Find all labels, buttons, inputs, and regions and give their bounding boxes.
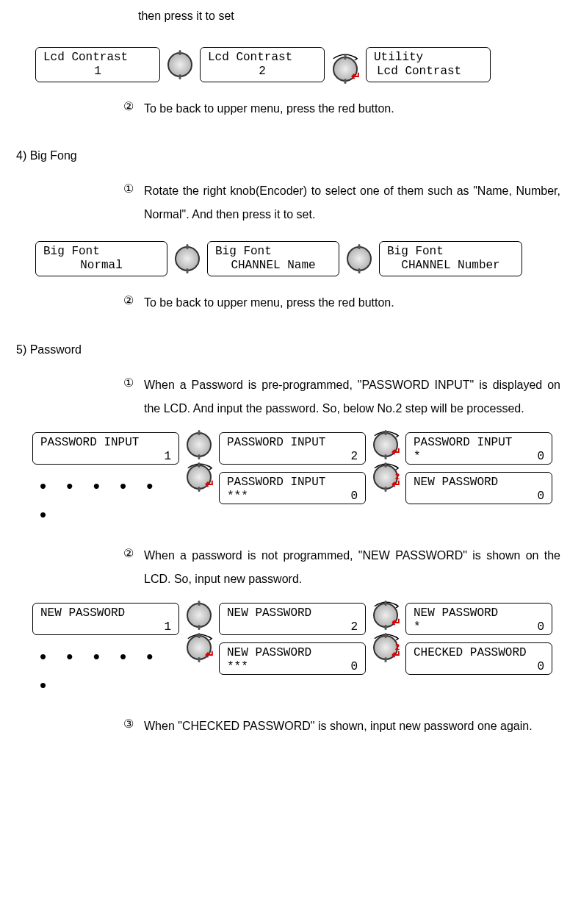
enter-icon: ↵ bbox=[391, 617, 401, 628]
sec5-step3: ③ When "CHECKED PASSWORD" is shown, inpu… bbox=[123, 715, 560, 738]
section-5-heading: 5) Password bbox=[16, 341, 568, 359]
rotary-knob-icon bbox=[167, 52, 192, 77]
lcd-line: PASSWORD INPUT bbox=[414, 436, 544, 450]
lcd-box-new-pw-1: NEW PASSWORD 1 bbox=[32, 603, 179, 635]
knob-press-icon: ↵ bbox=[332, 48, 358, 82]
lcd-line-right: 0 bbox=[537, 620, 544, 634]
lcd-line: NEW PASSWORD bbox=[227, 646, 358, 660]
step-text: To be back to upper menu, press the red … bbox=[144, 291, 560, 315]
rotary-knob-icon bbox=[187, 603, 212, 628]
lcd-box-new-pw-stars: NEW PASSWORD *** 0 bbox=[219, 642, 366, 675]
lcd-line-right: 0 bbox=[350, 490, 358, 504]
step-marker: ① bbox=[123, 374, 134, 420]
lcd-contrast-row: Lcd Contrast 1 Lcd Contrast 2 ↵ Utility … bbox=[35, 47, 546, 82]
lcd-line: 2 bbox=[208, 65, 317, 79]
sec4-step2: ② To be back to upper menu, press the re… bbox=[123, 291, 560, 315]
lcd-line: 2 bbox=[227, 620, 358, 634]
lcd-box-bigfont-number: Big Font CHANNEL Number bbox=[379, 241, 522, 276]
rotary-knob-icon bbox=[175, 246, 200, 271]
lcd-line: PASSWORD INPUT bbox=[40, 436, 171, 450]
lcd-line: CHANNEL Number bbox=[387, 259, 514, 273]
big-font-row: Big Font Normal Big Font CHANNEL Name Bi… bbox=[35, 241, 546, 276]
lcd-line-left: * bbox=[414, 450, 421, 464]
lcd-box-new-password: NEW PASSWORD 0 bbox=[405, 472, 552, 504]
lcd-line-left: * bbox=[414, 620, 421, 634]
lcd-line: 0 bbox=[414, 490, 544, 504]
rotary-knob-icon bbox=[187, 432, 212, 457]
lcd-box-utility: Utility Lcd Contrast bbox=[366, 47, 491, 82]
step-marker: ③ bbox=[123, 715, 134, 738]
step-text: Rotate the right knob(Encoder) to select… bbox=[144, 179, 560, 226]
step-marker: ① bbox=[123, 180, 134, 226]
lcd-line: 2 bbox=[227, 450, 358, 464]
intro-tail-text: then press it to set bbox=[138, 7, 568, 25]
lcd-line: CHANNEL Name bbox=[215, 259, 331, 273]
lcd-line: Normal bbox=[43, 259, 159, 273]
rotary-knob-icon bbox=[347, 246, 372, 271]
lcd-box-pw-input-star0: PASSWORD INPUT * 0 bbox=[405, 432, 552, 465]
lcd-line: Big Font bbox=[43, 245, 159, 259]
lcd-line-right: 0 bbox=[350, 660, 358, 674]
step-text: When a password is not programmed, "NEW … bbox=[144, 544, 560, 591]
lcd-line: NEW PASSWORD bbox=[414, 476, 544, 490]
lcd-box-contrast-1: Lcd Contrast 1 bbox=[35, 47, 160, 82]
sec5-step2: ② When a password is not programmed, "NE… bbox=[123, 544, 560, 591]
lcd-line: 1 bbox=[40, 620, 171, 634]
step-text: When a Password is pre-programmed, "PASS… bbox=[144, 373, 560, 420]
lcd-box-pw-input-1: PASSWORD INPUT 1 bbox=[32, 432, 179, 465]
enter-count: 2 bbox=[395, 470, 400, 483]
lcd-line: 1 bbox=[40, 450, 171, 464]
lcd-line: Big Font bbox=[387, 245, 514, 259]
lcd-line: Lcd Contrast bbox=[43, 51, 152, 65]
lcd-box-pw-input-2: PASSWORD INPUT 2 bbox=[219, 432, 366, 465]
ellipsis-dots: • • • • • • bbox=[32, 642, 179, 700]
enter-count: 2 bbox=[395, 641, 400, 653]
password-input-flow: PASSWORD INPUT 1 • • • • • • ↵ PASSWORD … bbox=[32, 432, 549, 529]
lcd-line: NEW PASSWORD bbox=[414, 606, 544, 620]
lcd-box-bigfont-normal: Big Font Normal bbox=[35, 241, 167, 276]
lcd-line: 1 bbox=[43, 65, 152, 79]
lcd-line: NEW PASSWORD bbox=[40, 606, 171, 620]
lcd-line-left: *** bbox=[227, 660, 248, 674]
enter-icon: ↵ bbox=[205, 479, 214, 490]
lcd-line: PASSWORD INPUT bbox=[227, 476, 358, 490]
lcd-box-new-pw-star0: NEW PASSWORD * 0 bbox=[405, 603, 552, 635]
lcd-box-pw-input-stars: PASSWORD INPUT *** 0 bbox=[219, 472, 366, 504]
enter-icon: ↵ bbox=[391, 446, 401, 458]
sec4-step1: ① Rotate the right knob(Encoder) to sele… bbox=[123, 179, 560, 226]
step-marker: ② bbox=[123, 292, 134, 315]
lcd-line: CHECKED PASSWORD bbox=[414, 646, 544, 660]
step-marker: ② bbox=[123, 98, 134, 121]
step-back-upper: ② To be back to upper menu, press the re… bbox=[123, 97, 560, 121]
lcd-line: Utility bbox=[374, 51, 483, 65]
lcd-line: Big Font bbox=[215, 245, 331, 259]
lcd-box-contrast-2: Lcd Contrast 2 bbox=[200, 47, 325, 82]
step-text: When "CHECKED PASSWORD" is shown, input … bbox=[144, 715, 560, 738]
lcd-line: NEW PASSWORD bbox=[227, 606, 358, 620]
enter-icon: ↵ bbox=[205, 649, 214, 661]
lcd-box-new-pw-2: NEW PASSWORD 2 bbox=[219, 603, 366, 635]
step-marker: ② bbox=[123, 545, 134, 591]
lcd-line: Lcd Contrast bbox=[374, 65, 483, 79]
new-password-flow: NEW PASSWORD 1 • • • • • • ↵ NEW PASSWOR… bbox=[32, 603, 549, 700]
sec5-step1: ① When a Password is pre-programmed, "PA… bbox=[123, 373, 560, 420]
lcd-line: 0 bbox=[414, 660, 544, 674]
section-4-heading: 4) Big Fong bbox=[16, 147, 568, 165]
lcd-line-right: 0 bbox=[537, 450, 544, 464]
lcd-box-checked-password: CHECKED PASSWORD 0 bbox=[405, 642, 552, 675]
lcd-line: Lcd Contrast bbox=[208, 51, 317, 65]
lcd-line: PASSWORD INPUT bbox=[227, 436, 358, 450]
ellipsis-dots: • • • • • • bbox=[32, 472, 179, 529]
enter-icon: ↵ bbox=[351, 71, 361, 82]
lcd-line-left: *** bbox=[227, 490, 248, 504]
lcd-box-bigfont-name: Big Font CHANNEL Name bbox=[207, 241, 339, 276]
step-text: To be back to upper menu, press the red … bbox=[144, 97, 560, 121]
